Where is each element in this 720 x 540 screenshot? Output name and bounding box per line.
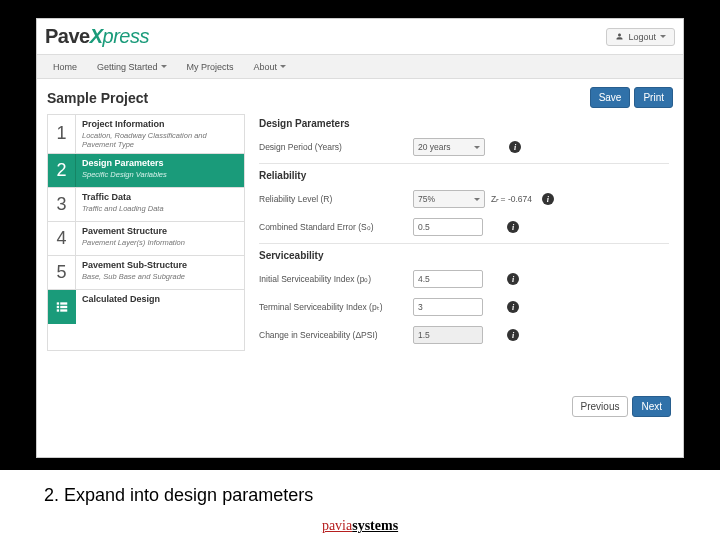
design-period-dropdown[interactable]: 20 years xyxy=(413,138,485,156)
step-subtitle: Traffic and Loading Data xyxy=(82,204,238,213)
form-area: Design Parameters Design Period (Years) … xyxy=(255,114,673,351)
info-icon[interactable]: i xyxy=(509,141,521,153)
svg-rect-3 xyxy=(60,306,67,308)
topbar: PaveXpress Logout xyxy=(37,19,683,55)
std-error-input[interactable]: 0.5 xyxy=(413,218,483,236)
footer-pavia: pavia xyxy=(322,518,352,533)
logo-press: press xyxy=(103,25,149,47)
caret-down-icon xyxy=(474,146,480,149)
logo-x: X xyxy=(90,25,103,47)
step-title: Pavement Structure xyxy=(82,226,238,237)
step-1[interactable]: 1 Project Information Location, Roadway … xyxy=(48,115,244,154)
divider xyxy=(259,243,669,244)
step-number: 5 xyxy=(48,256,76,289)
step-number: 2 xyxy=(48,154,76,187)
logout-label: Logout xyxy=(628,32,656,42)
step-2[interactable]: 2 Design Parameters Specific Design Vari… xyxy=(48,154,244,188)
reliability-dropdown[interactable]: 75% xyxy=(413,190,485,208)
previous-button[interactable]: Previous xyxy=(572,396,629,417)
step-subtitle: Pavement Layer(s) Information xyxy=(82,238,238,247)
title-row: Sample Project Save Print xyxy=(47,87,673,108)
delta-psi-readonly: 1.5 xyxy=(413,326,483,344)
logo: PaveXpress xyxy=(45,25,149,48)
section-design-parameters: Design Parameters xyxy=(259,118,669,129)
step-4[interactable]: 4 Pavement Structure Pavement Layer(s) I… xyxy=(48,222,244,256)
nav-getting-started[interactable]: Getting Started xyxy=(87,57,177,77)
navbar: Home Getting Started My Projects About xyxy=(37,55,683,79)
step-3[interactable]: 3 Traffic Data Traffic and Loading Data xyxy=(48,188,244,222)
app-window: PaveXpress Logout Home Getting Started M… xyxy=(36,18,684,458)
step-subtitle: Base, Sub Base and Subgrade xyxy=(82,272,238,281)
step-title: Traffic Data xyxy=(82,192,238,203)
step-title: Pavement Sub-Structure xyxy=(82,260,238,271)
step-title: Calculated Design xyxy=(82,294,238,305)
info-icon[interactable]: i xyxy=(507,329,519,341)
caret-down-icon xyxy=(474,198,480,201)
logout-button[interactable]: Logout xyxy=(606,28,675,46)
svg-rect-0 xyxy=(57,302,59,304)
step-subtitle: Location, Roadway Classification and Pav… xyxy=(82,131,238,149)
step-number: 4 xyxy=(48,222,76,255)
nav-home[interactable]: Home xyxy=(43,57,87,77)
slide-caption: 2. Expand into design parameters xyxy=(44,485,313,506)
step-number: 1 xyxy=(48,115,76,153)
user-icon xyxy=(615,32,624,41)
step-title: Project Information xyxy=(82,119,238,130)
next-button[interactable]: Next xyxy=(632,396,671,417)
save-button[interactable]: Save xyxy=(590,87,631,108)
std-error-label: Combined Standard Error (S₀) xyxy=(259,222,407,232)
section-reliability: Reliability xyxy=(259,170,669,181)
svg-rect-4 xyxy=(57,309,59,311)
info-icon[interactable]: i xyxy=(542,193,554,205)
caret-down-icon xyxy=(660,35,666,38)
caret-down-icon xyxy=(280,65,286,68)
zr-value: Zᵣ = -0.674 xyxy=(491,194,532,204)
brand-footer: paviasystems xyxy=(0,518,720,534)
info-icon[interactable]: i xyxy=(507,221,519,233)
step-calculated[interactable]: Calculated Design xyxy=(48,290,244,324)
section-serviceability: Serviceability xyxy=(259,250,669,261)
svg-rect-1 xyxy=(60,302,67,304)
delta-psi-label: Change in Serviceability (ΔPSI) xyxy=(259,330,407,340)
initial-psi-label: Initial Serviceability Index (p₀) xyxy=(259,274,407,284)
logo-pave: Pave xyxy=(45,25,90,47)
slide-footer: 2. Expand into design parameters paviasy… xyxy=(0,470,720,540)
svg-rect-2 xyxy=(57,306,59,308)
step-title: Design Parameters xyxy=(82,158,238,169)
svg-rect-5 xyxy=(60,309,67,311)
design-period-label: Design Period (Years) xyxy=(259,142,407,152)
reliability-label: Reliability Level (R) xyxy=(259,194,407,204)
info-icon[interactable]: i xyxy=(507,273,519,285)
terminal-psi-label: Terminal Serviceability Index (pₜ) xyxy=(259,302,407,312)
step-number: 3 xyxy=(48,188,76,221)
info-icon[interactable]: i xyxy=(507,301,519,313)
print-button[interactable]: Print xyxy=(634,87,673,108)
nav-about[interactable]: About xyxy=(244,57,297,77)
terminal-psi-input[interactable]: 3 xyxy=(413,298,483,316)
footer-systems: systems xyxy=(352,518,398,533)
initial-psi-input[interactable]: 4.5 xyxy=(413,270,483,288)
page-title: Sample Project xyxy=(47,90,148,106)
step-subtitle: Specific Design Variables xyxy=(82,170,238,179)
stepper: 1 Project Information Location, Roadway … xyxy=(47,114,245,351)
caret-down-icon xyxy=(161,65,167,68)
list-icon xyxy=(48,290,76,324)
divider xyxy=(259,163,669,164)
nav-my-projects[interactable]: My Projects xyxy=(177,57,244,77)
step-5[interactable]: 5 Pavement Sub-Structure Base, Sub Base … xyxy=(48,256,244,290)
